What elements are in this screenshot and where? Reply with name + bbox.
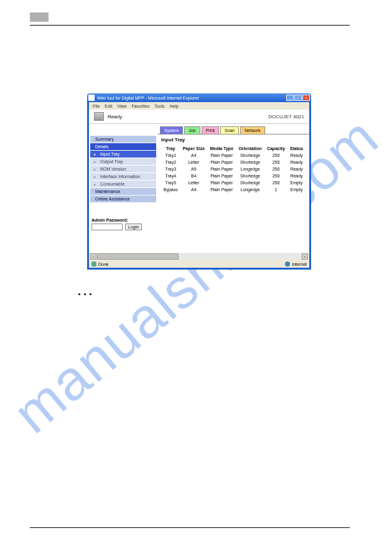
- table-cell: Tray1: [161, 152, 180, 159]
- admin-section: Admin Password: Login: [89, 218, 157, 230]
- window-controls: _ □ ×: [286, 95, 310, 101]
- table-row: Tray4B4Plain PaperShortedge250Ready: [161, 172, 306, 179]
- table-cell: Plain Paper: [207, 166, 236, 172]
- tab-system[interactable]: System: [160, 126, 183, 134]
- th-status: Status: [287, 145, 306, 152]
- sidebar-item-input-tray[interactable]: Input Tray: [90, 151, 156, 158]
- sidebar-item-maintenance[interactable]: Maintenance: [90, 188, 156, 196]
- content-wrap: Ready DOCUJET 4021 System Job Print Scan…: [87, 110, 311, 270]
- th-tray: Tray: [161, 145, 180, 152]
- th-paper-size: Paper Size: [180, 145, 208, 152]
- sidebar-item-consumable[interactable]: Consumable: [90, 181, 156, 188]
- table-header-row: Tray Paper Size Media Type Orientation C…: [161, 145, 306, 152]
- menu-edit[interactable]: Edit: [105, 104, 112, 108]
- internet-icon: [285, 262, 290, 266]
- window-title: Web tool for Digital MFP - Microsoft Int…: [97, 96, 286, 100]
- menu-favorites[interactable]: Favorites: [131, 104, 149, 108]
- status-ready: Ready: [108, 114, 268, 120]
- table-cell: Shortedge: [236, 172, 264, 179]
- table-row: Tray5LetterPlain PaperShortedge250Empty: [161, 179, 306, 186]
- scroll-right-button[interactable]: ›: [302, 253, 308, 260]
- table-cell: Plain Paper: [207, 186, 236, 193]
- scroll-thumb[interactable]: [97, 253, 179, 260]
- table-cell: Plain Paper: [207, 159, 236, 166]
- panel-title: Input Tray: [161, 137, 306, 143]
- main-panel: Input Tray Tray Paper Size Media Type Or…: [157, 134, 309, 253]
- table-cell: Shortedge: [236, 159, 264, 166]
- th-capacity: Capacity: [264, 145, 287, 152]
- printer-icon: [94, 112, 104, 121]
- table-cell: 250: [264, 152, 287, 159]
- scroll-track[interactable]: [97, 253, 301, 260]
- table-cell: Ready: [287, 159, 306, 166]
- sidebar-item-interface[interactable]: Interface Information: [90, 173, 156, 181]
- sidebar-item-details[interactable]: Details: [90, 143, 156, 151]
- header-row: Ready DOCUJET 4021: [89, 110, 309, 124]
- tab-scan[interactable]: Scan: [220, 126, 239, 134]
- menu-file[interactable]: File: [93, 104, 100, 108]
- tab-network[interactable]: Network: [240, 126, 265, 134]
- table-cell: A4: [180, 152, 208, 159]
- table-cell: 1: [264, 186, 287, 193]
- tab-print[interactable]: Print: [202, 126, 219, 134]
- sidebar-item-online-assist[interactable]: Online Assistance: [90, 196, 156, 203]
- tray-table: Tray Paper Size Media Type Orientation C…: [161, 145, 306, 193]
- table-cell: A4: [180, 186, 208, 193]
- sidebar: Summary Details Input Tray Output Tray R…: [89, 134, 157, 253]
- content-body: Summary Details Input Tray Output Tray R…: [89, 134, 309, 253]
- table-cell: Longedge: [236, 186, 264, 193]
- page-tab: [30, 12, 49, 22]
- table-cell: Plain Paper: [207, 179, 236, 186]
- table-row: Tray1A4Plain PaperShortedge250Ready: [161, 152, 306, 159]
- table-cell: Tray3: [161, 166, 180, 172]
- table-cell: Tray4: [161, 172, 180, 179]
- table-cell: Empty: [287, 186, 306, 193]
- table-row: Tray3A5Plain PaperLongedge250Ready: [161, 166, 306, 172]
- menu-tools[interactable]: Tools: [154, 104, 164, 108]
- table-cell: Longedge: [236, 166, 264, 172]
- table-cell: 250: [264, 172, 287, 179]
- browser-window: Web tool for Digital MFP - Microsoft Int…: [87, 93, 311, 270]
- table-row: Tray2LetterPlain PaperShortedge250Ready: [161, 159, 306, 166]
- th-media-type: Media Type: [207, 145, 236, 152]
- menu-help[interactable]: Help: [170, 104, 179, 108]
- ie-icon: [88, 95, 95, 101]
- table-cell: Plain Paper: [207, 152, 236, 159]
- close-button[interactable]: ×: [302, 95, 310, 101]
- table-cell: Ready: [287, 152, 306, 159]
- table-cell: Tray2: [161, 159, 180, 166]
- table-cell: 250: [264, 159, 287, 166]
- table-cell: Tray5: [161, 179, 180, 186]
- table-cell: B4: [180, 172, 208, 179]
- statusbar: Done Internet: [89, 260, 309, 268]
- table-cell: Shortedge: [236, 179, 264, 186]
- status-internet: Internet: [292, 262, 307, 266]
- done-icon: [91, 262, 96, 266]
- tab-job[interactable]: Job: [184, 126, 200, 134]
- table-cell: Bypass: [161, 186, 180, 193]
- admin-password-input[interactable]: [91, 224, 123, 230]
- ellipsis: ...: [78, 285, 95, 298]
- sidebar-item-rom-version[interactable]: ROM Version: [90, 166, 156, 173]
- table-cell: 250: [264, 179, 287, 186]
- login-button[interactable]: Login: [125, 224, 142, 230]
- scroll-left-button[interactable]: ‹: [90, 253, 96, 260]
- admin-password-label: Admin Password:: [91, 218, 155, 222]
- menubar: File Edit View Favorites Tools Help: [87, 102, 311, 110]
- model-name: DOCUJET 4021: [268, 114, 304, 120]
- maximize-button[interactable]: □: [294, 95, 302, 101]
- sidebar-item-output-tray[interactable]: Output Tray: [90, 158, 156, 166]
- table-cell: Ready: [287, 172, 306, 179]
- table-cell: Letter: [180, 159, 208, 166]
- sidebar-item-summary[interactable]: Summary: [90, 136, 156, 143]
- table-cell: A5: [180, 166, 208, 172]
- scrollbar[interactable]: ‹ ›: [89, 253, 309, 260]
- table-cell: 250: [264, 166, 287, 172]
- table-row: BypassA4Plain PaperLongedge1Empty: [161, 186, 306, 193]
- titlebar: Web tool for Digital MFP - Microsoft Int…: [87, 93, 311, 102]
- top-rule: [30, 25, 350, 26]
- table-cell: Shortedge: [236, 152, 264, 159]
- table-cell: Ready: [287, 166, 306, 172]
- menu-view[interactable]: View: [117, 104, 126, 108]
- minimize-button[interactable]: _: [286, 95, 294, 101]
